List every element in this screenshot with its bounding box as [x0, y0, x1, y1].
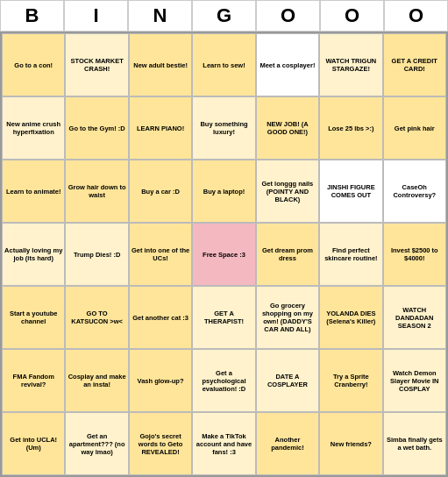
bingo-cell-1-4: NEW JOB! (A GOOD ONE!): [256, 96, 319, 160]
bingo-cell-1-6: Get pink hair: [383, 96, 446, 160]
header-letter-O: O: [256, 0, 320, 32]
bingo-cell-5-2: Vash glow-up?: [129, 349, 192, 412]
bingo-cell-5-0: FMA Fandom revival?: [2, 349, 65, 412]
bingo-cell-5-1: Cosplay and make an insta!: [65, 349, 128, 412]
bingo-cell-0-0: Go to a con!: [2, 33, 65, 96]
bingo-cell-6-2: Gojo's secret words to Geto REVEALED!: [129, 412, 192, 475]
bingo-cell-6-6: Simba finally gets a wet bath.: [383, 412, 446, 475]
bingo-cell-4-0: Start a youtube channel: [2, 286, 65, 349]
bingo-cell-4-4: Go grocery shopping on my own! (DADDY'S …: [256, 286, 319, 349]
bingo-cell-0-1: STOCK MARKET CRASH!: [65, 33, 128, 96]
bingo-cell-5-6: Watch Demon Slayer Movie IN COSPLAY: [383, 349, 446, 412]
bingo-cell-0-2: New adult bestie!: [129, 33, 192, 96]
bingo-cell-2-1: Grow hair down to waist: [65, 160, 128, 223]
bingo-cell-3-5: Find perfect skincare routine!: [319, 223, 382, 286]
bingo-cell-4-6: WATCH DANDADAN SEASON 2: [383, 286, 446, 349]
bingo-cell-5-5: Try a Sprite Cranberry!: [319, 349, 382, 412]
bingo-cell-2-6: CaseOh Controversy?: [383, 160, 446, 223]
bingo-cell-6-1: Get an apartment??? (no way lmao): [65, 412, 128, 475]
bingo-cell-1-3: Buy something luxury!: [192, 96, 255, 160]
bingo-cell-2-4: Get longgg nails (POINTY AND BLACK): [256, 160, 319, 223]
header-letter-I: I: [64, 0, 128, 32]
bingo-cell-2-3: Buy a laptop!: [192, 160, 255, 223]
bingo-cell-1-1: Go to the Gym! :D: [65, 96, 128, 160]
bingo-cell-6-5: New friends?: [319, 412, 382, 475]
bingo-cell-0-3: Learn to sew!: [192, 33, 255, 96]
bingo-cell-6-4: Another pandemic!: [256, 412, 319, 475]
bingo-cell-6-0: Get into UCLA! (Um): [2, 412, 65, 475]
header-letter-O: O: [384, 0, 448, 32]
bingo-cell-3-4: Get dream prom dress: [256, 223, 319, 286]
header-letter-O: O: [320, 0, 384, 32]
header-letter-N: N: [128, 0, 192, 32]
bingo-cell-2-0: Learn to animate!: [2, 160, 65, 223]
header-letter-B: B: [0, 0, 64, 32]
bingo-cell-4-1: GO TO KATSUCON >w<: [65, 286, 128, 349]
bingo-cell-0-6: GET A CREDIT CARD!: [383, 33, 446, 96]
bingo-board: BINGOOO Go to a con!STOCK MARKET CRASH!N…: [0, 0, 448, 477]
bingo-cell-4-5: YOLANDA DIES (Selena's Killer): [319, 286, 382, 349]
header-letter-G: G: [192, 0, 256, 32]
bingo-cell-3-6: Invest $2500 to $4000!: [383, 223, 446, 286]
bingo-cell-5-3: Get a psychological evaluation! :D: [192, 349, 255, 412]
bingo-cell-4-2: Get another cat :3: [129, 286, 192, 349]
bingo-cell-1-5: Lose 25 lbs >:): [319, 96, 382, 160]
bingo-cell-6-3: Make a TikTok account and have fans! :3: [192, 412, 255, 475]
bingo-cell-2-2: Buy a car :D: [129, 160, 192, 223]
bingo-cell-0-4: Meet a cosplayer!: [256, 33, 319, 96]
bingo-cell-3-2: Get into one of the UCs!: [129, 223, 192, 286]
bingo-cell-3-1: Trump Dies! :D: [65, 223, 128, 286]
bingo-grid: Go to a con!STOCK MARKET CRASH!New adult…: [0, 32, 448, 477]
bingo-cell-1-0: New anime crush hyperfixation: [2, 96, 65, 160]
bingo-cell-3-3: Free Space :3: [192, 223, 255, 286]
bingo-cell-3-0: Actually loving my job (its hard): [2, 223, 65, 286]
bingo-cell-5-4: DATE A COSPLAYER: [256, 349, 319, 412]
bingo-cell-4-3: GET A THERAPIST!: [192, 286, 255, 349]
bingo-cell-0-5: WATCH TRIGUN STARGAZE!: [319, 33, 382, 96]
bingo-header: BINGOOO: [0, 0, 448, 32]
bingo-cell-2-5: JINSHI FIGURE COMES OUT: [319, 160, 382, 223]
bingo-cell-1-2: LEARN PIANO!: [129, 96, 192, 160]
